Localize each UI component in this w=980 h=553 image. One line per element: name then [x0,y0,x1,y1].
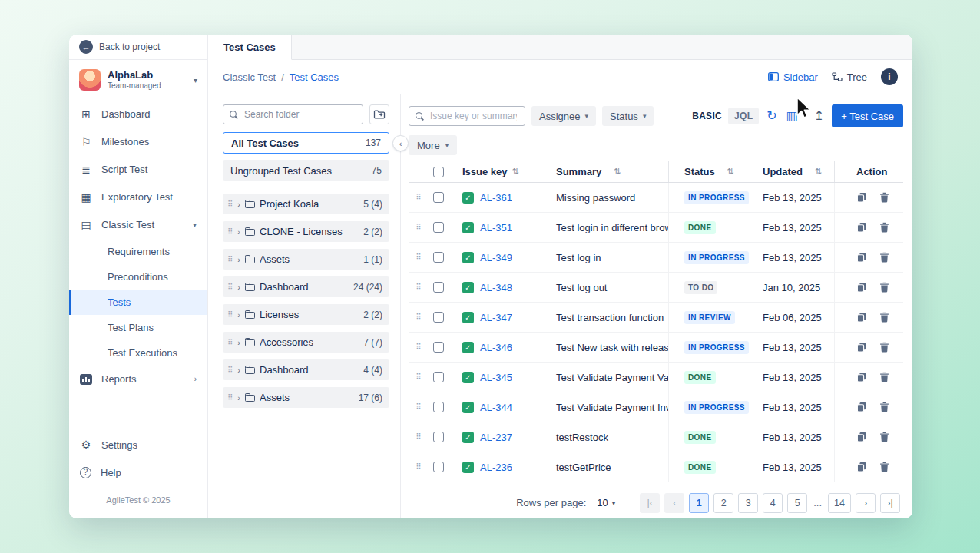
delete-button[interactable] [879,312,889,323]
breadcrumb-current-link[interactable]: Test Cases [290,71,339,83]
first-page-button[interactable]: |‹ [640,493,660,513]
drag-handle-icon[interactable]: ⠿ [227,394,233,402]
status-filter-dropdown[interactable]: Status ▾ [602,106,654,126]
chevron-right-icon[interactable]: › [237,393,240,402]
folder-row[interactable]: ⠿ › Licenses 2 (2) [223,304,389,325]
sidebar-item-tests[interactable]: Tests [69,290,207,315]
columns-button[interactable]: ▥ [785,108,800,124]
sort-icon[interactable]: ⇅ [815,167,822,177]
sidebar-item-preconditions[interactable]: Preconditions [69,264,207,290]
row-checkbox[interactable] [433,312,444,323]
refresh-button[interactable]: ↻ [765,108,778,124]
page-number-button[interactable]: 3 [738,493,758,513]
issue-key-link[interactable]: AL-349 [480,252,512,263]
sidebar-item-script-test[interactable]: ≣ Script Test [69,156,207,184]
column-header-status[interactable]: Status [684,166,715,177]
drag-handle-icon[interactable]: ⠿ [416,343,421,351]
delete-button[interactable] [879,252,889,263]
copy-button[interactable] [856,462,867,472]
chevron-right-icon[interactable]: › [237,310,240,320]
drag-handle-icon[interactable]: ⠿ [416,224,421,231]
drag-handle-icon[interactable]: ⠿ [416,373,421,381]
column-header-updated[interactable]: Updated [763,166,803,177]
page-number-button[interactable]: 4 [763,493,783,513]
drag-handle-icon[interactable]: ⠿ [227,339,233,346]
folder-row[interactable]: ⠿ › Assets 17 (6) [223,387,389,408]
chevron-right-icon[interactable]: › [237,338,240,347]
page-number-button[interactable]: 1 [689,493,709,513]
sidebar-item-milestones[interactable]: ⚐ Milestones [69,128,207,156]
delete-button[interactable] [879,462,889,472]
folder-row[interactable]: ⠿ › Dashboard 4 (4) [223,359,389,380]
sidebar-toggle-button[interactable]: Sidebar [768,71,818,83]
delete-button[interactable] [879,372,889,382]
row-checkbox[interactable] [433,462,444,472]
drag-handle-icon[interactable]: ⠿ [416,463,421,471]
row-checkbox[interactable] [433,372,444,382]
chevron-right-icon[interactable]: › [237,227,240,237]
breadcrumb-parent-link[interactable]: Classic Test [223,71,276,83]
info-icon[interactable]: i [881,68,898,85]
back-to-project-button[interactable]: ← Back to project [69,35,207,60]
delete-button[interactable] [879,342,889,353]
drag-handle-icon[interactable]: ⠿ [227,311,233,319]
issue-key-link[interactable]: AL-347 [480,312,512,323]
chevron-right-icon[interactable]: › [237,366,240,375]
folder-row[interactable]: ⠿ › CLONE - Licenses 2 (2) [223,221,389,242]
project-switcher[interactable]: AlphaLab Team-managed ▾ [69,60,207,99]
issue-key-link[interactable]: AL-361 [480,192,512,204]
sidebar-item-help[interactable]: ? Help [69,459,207,486]
copy-button[interactable] [856,402,867,412]
issue-key-link[interactable]: AL-344 [480,402,512,413]
sidebar-item-exploratory-test[interactable]: ▦ Exploratory Test [69,184,207,211]
next-page-button[interactable]: › [856,493,876,513]
row-checkbox[interactable] [433,402,444,412]
issue-search-input[interactable] [429,110,518,122]
issue-key-link[interactable]: AL-351 [480,222,512,233]
basic-mode-toggle[interactable]: BASIC [692,111,722,121]
copy-button[interactable] [856,192,867,203]
copy-button[interactable] [856,372,867,382]
tree-view-button[interactable]: Tree [832,71,867,83]
row-checkbox[interactable] [433,252,444,263]
drag-handle-icon[interactable]: ⠿ [416,433,421,441]
drag-handle-icon[interactable]: ⠿ [227,283,233,291]
copy-button[interactable] [856,432,867,442]
delete-button[interactable] [879,432,889,442]
copy-button[interactable] [856,252,867,263]
issue-key-link[interactable]: AL-346 [480,342,512,353]
row-checkbox[interactable] [433,432,444,442]
copy-button[interactable] [856,342,867,353]
issue-key-link[interactable]: AL-237 [480,432,512,443]
sidebar-item-requirements[interactable]: Requirements [69,239,207,264]
chevron-right-icon[interactable]: › [237,255,240,264]
column-header-issue-key[interactable]: Issue key [462,166,508,177]
chevron-right-icon[interactable]: › [237,200,240,209]
collapse-panel-button[interactable]: ‹ [392,135,409,151]
last-page-number-button[interactable]: 14 [828,493,851,513]
issue-key-link[interactable]: AL-236 [480,462,512,473]
folder-row[interactable]: ⠿ › Accessories 7 (7) [223,332,389,353]
rows-per-page-dropdown[interactable]: 10 ▾ [592,496,620,509]
row-checkbox[interactable] [433,282,444,293]
prev-page-button[interactable]: ‹ [664,493,684,513]
drag-handle-icon[interactable]: ⠿ [416,313,421,321]
sidebar-item-test-executions[interactable]: Test Executions [69,340,207,366]
row-checkbox[interactable] [433,222,444,233]
drag-handle-icon[interactable]: ⠿ [227,366,233,374]
sort-icon[interactable]: ⇅ [512,167,519,177]
issue-key-link[interactable]: AL-345 [480,372,512,383]
copy-button[interactable] [856,282,867,293]
chevron-right-icon[interactable]: › [237,283,240,292]
tab-test-cases[interactable]: Test Cases [208,35,292,60]
page-number-button[interactable]: 5 [787,493,807,513]
column-header-summary[interactable]: Summary [556,166,601,177]
drag-handle-icon[interactable]: ⠿ [227,228,233,236]
add-folder-button[interactable] [369,104,389,124]
issue-key-link[interactable]: AL-348 [480,282,512,293]
folder-row[interactable]: ⠿ › Dashboard 24 (24) [223,276,389,297]
drag-handle-icon[interactable]: ⠿ [416,283,421,291]
drag-handle-icon[interactable]: ⠿ [227,256,233,263]
assignee-filter-dropdown[interactable]: Assignee ▾ [531,106,596,126]
row-checkbox[interactable] [433,342,444,353]
